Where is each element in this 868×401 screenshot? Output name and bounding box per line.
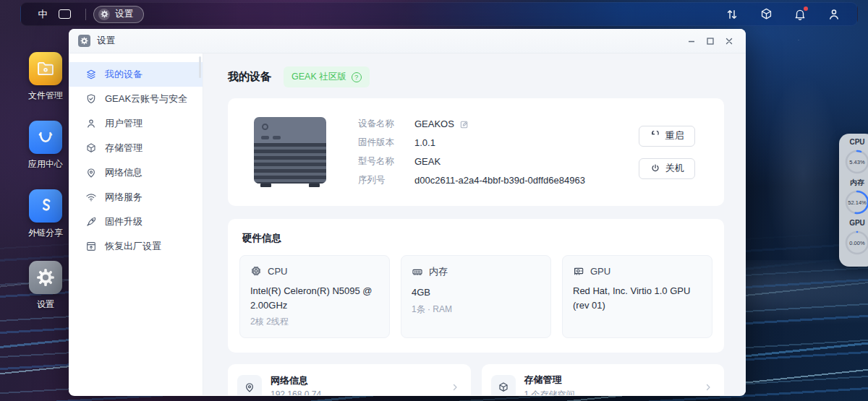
firmware-version-value: 1.0.1 xyxy=(414,137,435,148)
device-name-value: GEAKOS xyxy=(414,118,454,129)
hw-label: CPU xyxy=(268,266,287,277)
gear-icon xyxy=(98,9,110,20)
chevron-right-icon xyxy=(451,383,459,392)
monitor-gpu-label: GPU xyxy=(849,220,865,227)
memory-detail: 1条 · RAM xyxy=(412,303,540,316)
location-pin-icon xyxy=(85,167,97,178)
field-label: 型号名称 xyxy=(358,155,404,168)
sidebar-item-label: 恢复出厂设置 xyxy=(105,240,161,253)
desktop-icon-external-share[interactable]: 外链分享 xyxy=(28,189,63,239)
close-button[interactable] xyxy=(720,33,739,50)
field-label: 设备名称 xyxy=(358,118,404,130)
taskbar-divider xyxy=(85,9,86,20)
sidebar-item-label: 网络服务 xyxy=(105,191,142,204)
taskbar-task-settings[interactable]: 设置 xyxy=(93,6,144,23)
sidebar-item-label: 存储管理 xyxy=(105,142,142,155)
device-name-row: 设备名称 GEAKOS xyxy=(358,118,585,130)
shortcut-title: 网络信息 xyxy=(271,374,321,387)
sidebar-item-my-device[interactable]: 我的设备 xyxy=(69,62,203,87)
transfer-icon[interactable] xyxy=(725,7,739,22)
layers-icon xyxy=(85,69,97,80)
settings-window: 设置 xyxy=(69,29,746,396)
cube-icon xyxy=(491,375,516,396)
cpu-card: CPU Intel(R) Celeron(R) N5095 @ 2.00GHz … xyxy=(239,255,390,338)
cube-icon xyxy=(85,142,97,154)
taskbar-tray xyxy=(725,7,841,22)
monitor-memory-label: 内存 xyxy=(850,179,864,186)
sidebar-item-network-info[interactable]: 网络信息 xyxy=(69,160,203,185)
edition-badge-label: GEAK 社区版 xyxy=(292,71,346,83)
maximize-button[interactable] xyxy=(701,33,720,50)
page-title: 我的设备 xyxy=(228,70,271,84)
shutdown-label: 关机 xyxy=(665,162,684,175)
sidebar-item-user-management[interactable]: 用户管理 xyxy=(69,111,203,136)
window-gear-icon xyxy=(78,35,90,47)
user-account-icon[interactable] xyxy=(827,7,841,22)
edit-icon[interactable] xyxy=(459,119,469,129)
nas-device-image xyxy=(254,117,326,187)
restart-button[interactable]: 重启 xyxy=(639,126,695,147)
desktop-icon-app-center[interactable]: 应用中心 xyxy=(28,121,63,171)
firmware-version-row: 固件版本 1.0.1 xyxy=(358,137,585,149)
memory-usage-value: 52.14% xyxy=(843,189,868,216)
sidebar-item-cloud-account[interactable]: GEAK云账号与安全 xyxy=(69,87,203,111)
window-titlebar[interactable]: 设置 xyxy=(69,29,746,53)
restore-box-icon xyxy=(85,241,97,252)
desktop-icon-settings[interactable]: 设置 xyxy=(28,261,63,311)
app-store-icon[interactable] xyxy=(759,7,773,22)
folder-icon xyxy=(29,52,62,85)
model-name-value: GEAK xyxy=(414,156,441,167)
settings-content: 我的设备 GEAK 社区版 ? xyxy=(203,53,746,395)
sidebar-item-factory-reset[interactable]: 恢复出厂设置 xyxy=(69,234,203,259)
serial-number-row: 序列号 d00c2611-a2a4-4bbf-b39d-0dffd6e84963 xyxy=(358,174,585,186)
show-desktop-icon[interactable] xyxy=(59,9,71,19)
storage-pool-count: 1 个存储空间 xyxy=(524,389,575,396)
window-title: 设置 xyxy=(97,35,115,47)
network-info-shortcut[interactable]: 网络信息 192.168.0.74 xyxy=(228,364,471,395)
sidebar-item-label: 我的设备 xyxy=(105,68,142,81)
sidebar-item-label: GEAK云账号与安全 xyxy=(105,92,187,105)
help-icon[interactable]: ? xyxy=(352,72,362,82)
taskbar-task-label: 设置 xyxy=(115,8,133,20)
gpu-usage-ring: 0.00% xyxy=(843,229,868,256)
user-icon xyxy=(85,118,97,129)
field-label: 序列号 xyxy=(358,174,404,186)
sidebar-scrollbar[interactable] xyxy=(199,56,201,78)
hardware-info-card: 硬件信息 CPU xyxy=(228,219,724,353)
field-label: 固件版本 xyxy=(358,137,404,149)
cpu-usage-value: 5.43% xyxy=(843,148,868,176)
shortcut-title: 存储管理 xyxy=(524,374,575,387)
minimize-button[interactable] xyxy=(682,33,701,50)
desktop-icon-label: 外链分享 xyxy=(28,227,63,239)
memory-usage-ring: 52.14% xyxy=(843,189,868,216)
gpu-usage-value: 0.00% xyxy=(843,229,868,256)
sidebar-item-label: 网络信息 xyxy=(105,166,142,179)
restart-label: 重启 xyxy=(665,129,684,142)
hw-label: GPU xyxy=(590,266,610,277)
memory-size: 4GB xyxy=(412,285,540,300)
storage-management-shortcut[interactable]: 存储管理 1 个存储空间 xyxy=(482,364,725,395)
memory-card: 内存 4GB 1条 · RAM xyxy=(401,255,551,338)
gpu-model: Red Hat, Inc. Virtio 1.0 GPU (rev 01) xyxy=(573,284,702,312)
sidebar-item-firmware-upgrade[interactable]: 固件升级 xyxy=(69,210,203,234)
desktop-icon-label: 文件管理 xyxy=(28,90,63,102)
ram-icon xyxy=(412,266,423,277)
settings-sidebar: 我的设备 GEAK云账号与安全 xyxy=(69,53,203,395)
sidebar-item-label: 固件升级 xyxy=(105,215,142,228)
sidebar-item-storage[interactable]: 存储管理 xyxy=(69,136,203,160)
desktop-icon-label: 设置 xyxy=(37,298,54,311)
shutdown-button[interactable]: 关机 xyxy=(639,158,695,179)
desktop-icon-label: 应用中心 xyxy=(28,158,63,171)
edition-badge[interactable]: GEAK 社区版 ? xyxy=(284,66,370,87)
wallpaper-light-beam xyxy=(738,43,846,303)
desktop: 中 设置 xyxy=(0,0,868,401)
sidebar-item-network-services[interactable]: 网络服务 xyxy=(69,185,203,210)
chevron-right-icon xyxy=(704,383,712,392)
wifi-icon xyxy=(85,191,97,203)
share-link-icon xyxy=(29,189,62,223)
serial-number-value: d00c2611-a2a4-4bbf-b39d-0dffd6e84963 xyxy=(414,175,585,186)
notification-bell-icon[interactable] xyxy=(793,7,807,22)
desktop-icon-file-manager[interactable]: 文件管理 xyxy=(28,52,63,102)
input-method-indicator[interactable]: 中 xyxy=(33,8,53,21)
system-monitor-widget[interactable]: CPU 5.43% 内存 52.14% GPU xyxy=(839,134,868,267)
